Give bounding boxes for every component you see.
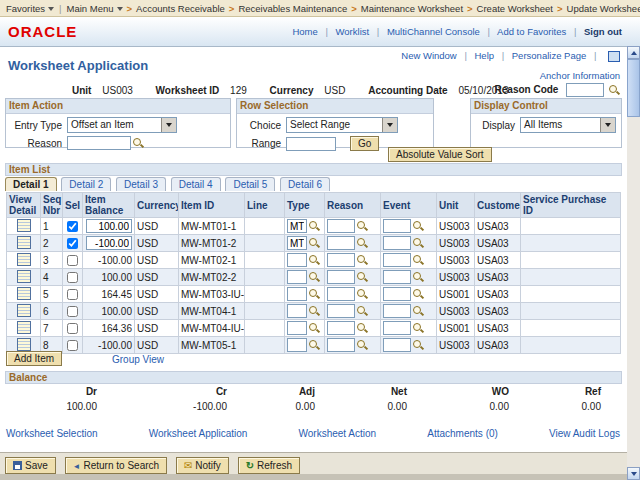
reason-input[interactable] [327, 287, 355, 301]
breadcrumb-main-menu[interactable]: Main Menu [67, 3, 123, 14]
breadcrumb-accounts-receivable[interactable]: Accounts Receivable [136, 3, 225, 14]
group-view-link[interactable]: Group View [112, 354, 164, 365]
lookup-icon[interactable] [309, 221, 320, 232]
return-to-search-button[interactable]: Return to Search [65, 457, 168, 474]
lookup-icon[interactable] [309, 255, 320, 266]
breadcrumb-favorites[interactable]: Favorites [6, 3, 54, 14]
breadcrumb-receivables-maintenance[interactable]: Receivables Maintenance [238, 3, 347, 14]
vertical-scrollbar[interactable] [627, 46, 640, 480]
tab-detail-1[interactable]: Detail 1 [5, 177, 57, 191]
event-input[interactable] [383, 304, 411, 318]
lookup-icon[interactable] [413, 306, 424, 317]
lookup-icon[interactable] [357, 221, 368, 232]
type-input[interactable] [287, 304, 307, 318]
type-input[interactable] [287, 338, 307, 352]
scroll-up-icon[interactable] [627, 46, 640, 59]
lookup-icon[interactable] [309, 340, 320, 351]
type-input[interactable] [287, 253, 307, 267]
tab-detail-6[interactable]: Detail 6 [280, 177, 330, 191]
entry-type-dropdown[interactable]: Offset an Item [67, 117, 177, 133]
scrollbar-thumb[interactable] [627, 59, 640, 117]
reason-input[interactable] [327, 270, 355, 284]
tab-detail-4[interactable]: Detail 4 [171, 177, 221, 191]
lookup-icon[interactable] [609, 85, 620, 96]
range-input[interactable] [286, 137, 336, 151]
reason-input[interactable] [327, 304, 355, 318]
view-detail-icon[interactable] [17, 219, 31, 232]
attachments-link[interactable]: Attachments (0) [427, 428, 498, 439]
lookup-icon[interactable] [413, 221, 424, 232]
notify-button[interactable]: Notify [176, 457, 229, 474]
lookup-icon[interactable] [357, 323, 368, 334]
reason-input[interactable] [327, 253, 355, 267]
sel-checkbox[interactable] [67, 306, 78, 317]
tab-detail-3[interactable]: Detail 3 [116, 177, 166, 191]
lookup-icon[interactable] [357, 289, 368, 300]
lookup-icon[interactable] [309, 238, 320, 249]
type-input[interactable] [287, 321, 307, 335]
display-dropdown[interactable]: All Items [520, 117, 616, 133]
sel-checkbox[interactable] [67, 289, 78, 300]
tab-detail-5[interactable]: Detail 5 [225, 177, 275, 191]
worksheet-application-link[interactable]: Worksheet Application [149, 428, 248, 439]
view-detail-icon[interactable] [17, 304, 31, 317]
multichannel-console-link[interactable]: MultiChannel Console [387, 26, 480, 37]
sel-checkbox[interactable] [67, 323, 78, 334]
home-link[interactable]: Home [292, 26, 317, 37]
go-button[interactable]: Go [350, 136, 379, 151]
new-window-link[interactable]: New Window [401, 50, 456, 61]
type-input[interactable] [287, 270, 307, 284]
view-detail-icon[interactable] [17, 321, 31, 334]
event-input[interactable] [383, 236, 411, 250]
view-detail-icon[interactable] [17, 338, 31, 351]
event-input[interactable] [383, 219, 411, 233]
save-button[interactable]: Save [5, 457, 56, 474]
page-window-icon[interactable] [608, 51, 620, 62]
view-detail-icon[interactable] [17, 270, 31, 283]
lookup-icon[interactable] [413, 255, 424, 266]
event-input[interactable] [383, 321, 411, 335]
reason-input[interactable] [327, 219, 355, 233]
lookup-icon[interactable] [309, 306, 320, 317]
add-item-button[interactable]: Add Item [6, 351, 62, 366]
add-to-favorites-link[interactable]: Add to Favorites [497, 26, 566, 37]
item-balance-input[interactable] [86, 236, 132, 250]
type-input[interactable] [287, 236, 307, 250]
view-detail-icon[interactable] [17, 236, 31, 249]
lookup-icon[interactable] [413, 238, 424, 249]
lookup-icon[interactable] [357, 272, 368, 283]
anchor-information-link[interactable]: Anchor Information [540, 70, 620, 81]
sel-checkbox[interactable] [67, 340, 78, 351]
reason-input[interactable] [67, 136, 131, 150]
view-detail-icon[interactable] [17, 253, 31, 266]
refresh-button[interactable]: Refresh [238, 457, 300, 474]
reason-input[interactable] [327, 338, 355, 352]
worklist-link[interactable]: Worklist [336, 26, 370, 37]
breadcrumb-maintenance-worksheet[interactable]: Maintenance Worksheet [361, 3, 463, 14]
lookup-icon[interactable] [357, 340, 368, 351]
event-input[interactable] [383, 338, 411, 352]
sign-out-link[interactable]: Sign out [584, 26, 622, 37]
personalize-page-link[interactable]: Personalize Page [512, 50, 586, 61]
lookup-icon[interactable] [357, 238, 368, 249]
event-input[interactable] [383, 287, 411, 301]
view-audit-logs-link[interactable]: View Audit Logs [549, 428, 620, 439]
type-input[interactable] [287, 219, 307, 233]
lookup-icon[interactable] [309, 289, 320, 300]
help-link[interactable]: Help [474, 50, 494, 61]
choice-dropdown[interactable]: Select Range [286, 117, 398, 133]
lookup-icon[interactable] [309, 323, 320, 334]
scroll-down-icon[interactable] [627, 467, 640, 480]
worksheet-action-link[interactable]: Worksheet Action [299, 428, 377, 439]
sel-checkbox[interactable] [67, 255, 78, 266]
lookup-icon[interactable] [413, 272, 424, 283]
reason-input[interactable] [327, 236, 355, 250]
worksheet-selection-link[interactable]: Worksheet Selection [6, 428, 98, 439]
tab-detail-2[interactable]: Detail 2 [61, 177, 111, 191]
breadcrumb-create-worksheet[interactable]: Create Worksheet [477, 3, 553, 14]
item-balance-input[interactable] [86, 219, 132, 233]
sel-checkbox[interactable] [67, 238, 78, 249]
reason-input[interactable] [327, 321, 355, 335]
sel-checkbox[interactable] [67, 272, 78, 283]
view-detail-icon[interactable] [17, 287, 31, 300]
